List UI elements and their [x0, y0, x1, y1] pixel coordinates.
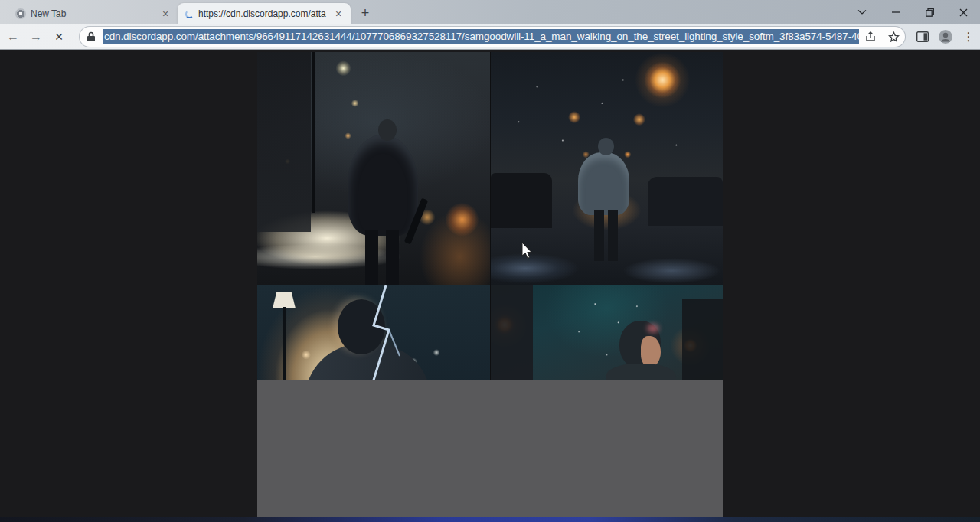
man-leg [386, 230, 399, 285]
chrome-icon [15, 8, 26, 19]
taskbar-edge [0, 517, 980, 522]
man-face-profile [641, 336, 661, 367]
stop-loading-button[interactable]: ✕ [49, 26, 69, 47]
building-silhouette [257, 52, 311, 232]
toolbar-right-icons: ⋮ [911, 25, 980, 48]
man-head [378, 119, 397, 141]
man-head [598, 138, 614, 155]
loading-spinner-icon [185, 10, 194, 18]
browser-menu-icon[interactable]: ⋮ [957, 25, 980, 48]
utility-pole [312, 52, 315, 213]
new-tab-button[interactable]: + [355, 3, 375, 23]
restore-button[interactable] [913, 1, 946, 24]
address-bar[interactable]: cdn.discordapp.com/attachments/966491171… [80, 27, 905, 47]
parked-car [491, 173, 552, 228]
image-quadrant-rainy-street [257, 52, 490, 285]
bookmark-star-icon[interactable] [882, 31, 905, 43]
man-leg [594, 210, 604, 261]
tab-title: New Tab [31, 8, 155, 19]
tab-title: https://cdn.discordapp.com/atta [198, 8, 328, 19]
forward-button[interactable]: → [26, 26, 46, 47]
image-loading-placeholder [257, 380, 723, 517]
man-leg [608, 210, 618, 261]
parked-car [648, 177, 723, 226]
generated-image-grid[interactable] [257, 52, 723, 517]
close-tab-icon[interactable]: ✕ [332, 8, 345, 20]
man-leg [365, 230, 378, 285]
close-tab-icon[interactable]: ✕ [159, 8, 172, 20]
tab-search-chevron-icon[interactable] [845, 1, 879, 24]
share-icon[interactable] [859, 31, 882, 42]
mouse-cursor [521, 242, 534, 260]
page-content [0, 51, 980, 517]
profile-avatar[interactable] [934, 25, 957, 48]
tab-strip: New Tab ✕ https://cdn.discordapp.com/att… [0, 0, 980, 24]
hair-highlight [647, 324, 659, 333]
tab-new-tab[interactable]: New Tab ✕ [8, 3, 178, 24]
browser-toolbar: ← → ✕ cdn.discordapp.com/attachments/966… [0, 24, 980, 50]
minimize-button[interactable] [879, 1, 913, 24]
url-input[interactable]: cdn.discordapp.com/attachments/966491171… [103, 29, 859, 44]
browser-window: New Tab ✕ https://cdn.discordapp.com/att… [0, 0, 980, 522]
walking-man-silhouette [348, 135, 418, 236]
window-controls [845, 0, 980, 24]
tab-discord-cdn[interactable]: https://cdn.discordapp.com/atta ✕ [178, 3, 351, 24]
back-button[interactable]: ← [3, 26, 23, 47]
close-window-button[interactable] [946, 1, 980, 24]
lock-icon[interactable] [80, 31, 103, 42]
side-panel-icon[interactable] [911, 25, 934, 48]
hoodie-man-torso [578, 152, 629, 215]
